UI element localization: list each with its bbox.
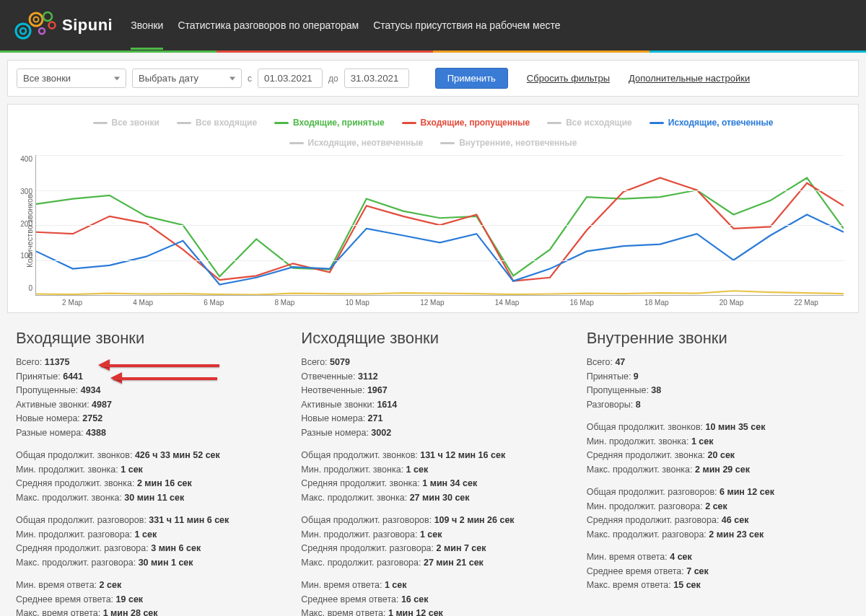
stat-row: Всего: 5079	[301, 356, 564, 369]
svg-point-2	[30, 13, 43, 26]
legend-swatch	[440, 142, 455, 144]
legend-swatch	[547, 122, 561, 124]
stat-row: Общая продолжит. звонков: 426 ч 33 мин 5…	[16, 449, 279, 462]
chevron-down-icon	[229, 76, 235, 82]
stat-row: Мин. время ответа: 1 сек	[301, 579, 564, 592]
chevron-down-icon	[114, 76, 120, 82]
stat-row: Мин. продолжит. звонка: 1 сек	[587, 436, 850, 449]
legend-label: Входящие, пропущенные	[421, 118, 530, 128]
internal-calls-col: Внутренние звонкиВсего: 47Принятые: 9Про…	[587, 329, 850, 616]
x-tick: 6 Мар	[204, 299, 224, 307]
legend-item[interactable]: Внутренние, неотвеченные	[440, 138, 577, 148]
legend-swatch	[274, 122, 289, 124]
y-tick: 300	[12, 188, 32, 195]
stat-row: Макс. продолжит. звонка: 30 мин 11 сек	[16, 492, 279, 505]
stat-row: Принятые: 9	[587, 371, 850, 384]
stat-row: Общая продолжит. разговоров: 109 ч 2 мин…	[301, 514, 564, 527]
stat-row: Макс. продолжит. звонка: 27 мин 30 сек	[301, 492, 564, 505]
series-line	[36, 178, 844, 277]
legend-label: Все звонки	[112, 118, 160, 128]
x-tick: 22 Мар	[794, 299, 818, 307]
x-tick: 2 Мар	[62, 299, 82, 307]
logo: Sipuni	[14, 9, 113, 42]
legend-item[interactable]: Исходящие, неотвеченные	[289, 138, 424, 148]
x-tick: 10 Мар	[345, 299, 369, 307]
stat-row: Средняя продолжит. разговора: 2 мин 7 се…	[301, 542, 564, 555]
date-to-input[interactable]	[344, 69, 409, 88]
legend-swatch	[402, 122, 416, 124]
x-tick: 20 Мар	[720, 299, 743, 307]
svg-point-0	[16, 24, 30, 38]
col-title: Входящие звонки	[16, 329, 279, 348]
stat-row: Макс. время ответа: 15 сек	[587, 579, 850, 592]
filter-call-type-value: Все звонки	[23, 73, 71, 84]
stat-row: Средняя продолжит. разговора: 46 сек	[587, 514, 850, 527]
stat-row: Новые номера: 2752	[16, 413, 279, 426]
stat-row: Средняя продолжит. звонка: 1 мин 34 сек	[301, 478, 564, 490]
y-ticks: 4003002001000	[12, 155, 32, 292]
y-tick: 100	[12, 252, 32, 260]
stat-row: Активные звонки: 4987	[16, 399, 279, 412]
filter-date-select[interactable]: Выбрать дату	[132, 69, 242, 88]
chart-wrap: Количество звонков 4003002001000 2 Мар4 …	[22, 155, 844, 307]
chart-area: 4003002001000 2 Мар4 Мар6 Мар8 Мар10 Мар…	[34, 155, 844, 307]
date-from-input[interactable]	[258, 69, 323, 88]
legend-item[interactable]: Все исходящие	[547, 118, 632, 128]
stat-row: Макс. время ответа: 1 мин 28 сек	[16, 607, 279, 616]
svg-point-6	[39, 28, 45, 34]
stat-row: Мин. время ответа: 2 сек	[16, 579, 279, 592]
series-line	[36, 291, 844, 294]
chart-panel: Все звонкиВсе входящиеВходящие, принятые…	[7, 104, 859, 313]
col-title: Исходящие звонки	[301, 329, 564, 348]
stat-row: Макс. время ответа: 1 мин 12 сек	[301, 607, 564, 616]
y-tick: 400	[12, 155, 32, 163]
stat-row: Среднее время ответа: 16 сек	[301, 594, 564, 607]
stat-row: Средняя продолжит. разговора: 3 мин 6 се…	[16, 542, 279, 555]
stat-row: Мин. продолжит. звонка: 1 сек	[301, 464, 564, 477]
stat-row: Общая продолжит. звонков: 131 ч 12 мин 1…	[301, 449, 564, 462]
stat-row: Мин. продолжит. разговора: 1 сек	[301, 529, 564, 542]
filter-call-type[interactable]: Все звонки	[17, 69, 126, 88]
to-label: до	[328, 74, 338, 84]
stat-row: Общая продолжит. разговоров: 331 ч 11 ми…	[16, 514, 279, 527]
logo-icon	[14, 9, 58, 42]
nav-presence[interactable]: Статусы присутствия на рабочем месте	[373, 1, 560, 50]
x-tick: 4 Мар	[133, 299, 153, 307]
x-tick: 14 Мар	[495, 299, 519, 307]
legend-item[interactable]: Входящие, пропущенные	[402, 118, 530, 128]
filters-bar: Все звонки Выбрать дату с до Применить С…	[7, 60, 859, 97]
stat-row: Разные номера: 3002	[301, 427, 564, 440]
extra-settings-link[interactable]: Дополнительные настройки	[629, 73, 750, 84]
legend-item[interactable]: Все входящие	[177, 118, 257, 128]
stat-row: Неотвеченные: 1967	[301, 384, 564, 397]
apply-button[interactable]: Применить	[435, 68, 508, 89]
legend-label: Исходящие, неотвеченные	[308, 138, 424, 148]
stat-row: Среднее время ответа: 19 сек	[16, 594, 279, 607]
nav-calls[interactable]: Звонки	[131, 1, 163, 50]
stat-row: Всего: 11375	[16, 356, 279, 369]
stat-row: Мин. продолжит. разговора: 2 сек	[587, 501, 850, 514]
stat-row: Макс. продолжит. разговора: 2 мин 23 сек	[587, 529, 850, 542]
legend-item[interactable]: Все звонки	[93, 118, 160, 128]
stat-row: Пропущенные: 38	[587, 384, 850, 397]
legend-item[interactable]: Входящие, принятые	[274, 118, 385, 128]
svg-point-1	[20, 28, 26, 34]
x-tick: 16 Мар	[569, 299, 593, 307]
col-title: Внутренние звонки	[587, 329, 850, 348]
incoming-calls-col: Входящие звонкиВсего: 11375Принятые: 644…	[16, 329, 279, 616]
legend-item[interactable]: Исходящие, отвеченные	[650, 118, 774, 128]
nav-stats[interactable]: Статистика разговоров по операторам	[178, 1, 359, 50]
x-ticks: 2 Мар4 Мар6 Мар8 Мар10 Мар12 Мар14 Мар16…	[35, 296, 844, 307]
reset-filters-link[interactable]: Сбросить фильтры	[527, 73, 610, 84]
stat-row: Принятые: 6441	[16, 371, 279, 384]
stat-row: Мин. продолжит. звонка: 1 сек	[16, 464, 279, 477]
legend-label: Внутренние, неотвеченные	[459, 138, 577, 148]
stat-row: Разговоры: 8	[587, 399, 850, 412]
legend-label: Исходящие, отвеченные	[668, 118, 774, 128]
stat-row: Макс. продолжит. разговора: 27 мин 21 се…	[301, 557, 564, 570]
legend-swatch	[650, 122, 664, 124]
stat-row: Средняя продолжит. звонка: 20 сек	[587, 449, 850, 462]
brand-name: Sipuni	[62, 16, 113, 35]
svg-point-3	[34, 17, 39, 22]
legend-label: Все входящие	[196, 118, 257, 128]
